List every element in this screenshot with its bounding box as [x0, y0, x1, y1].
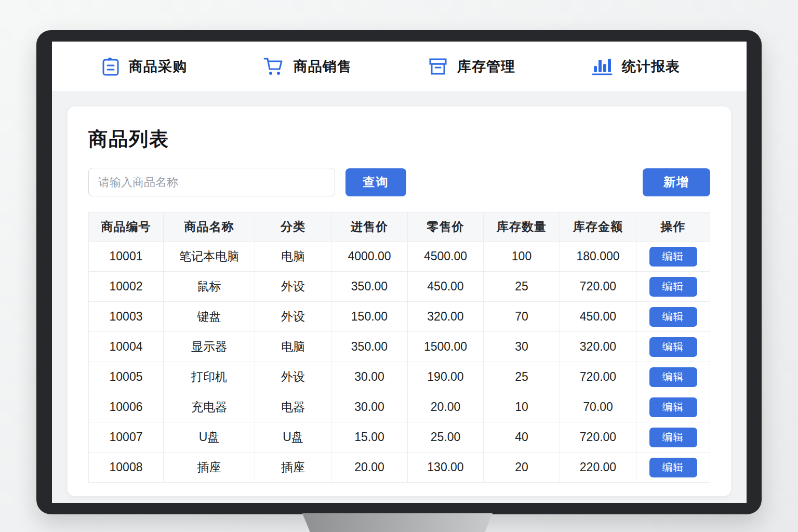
col-header-stock-amount: 库存金额	[560, 212, 636, 242]
cell-product-name: 插座	[164, 453, 255, 483]
table-body: 10001 笔记本电脑 电脑 4000.00 4500.00 100 180.0…	[89, 242, 710, 483]
cell-product-id: 10006	[89, 392, 164, 422]
col-header-product-name: 商品名称	[164, 212, 255, 242]
edit-button[interactable]: 编辑	[649, 397, 697, 417]
table-row: 10006 充电器 电器 30.00 20.00 10 70.00 编辑	[89, 392, 710, 422]
edit-button[interactable]: 编辑	[649, 367, 697, 387]
cell-stock-qty: 25	[484, 362, 560, 392]
cell-product-name: 键盘	[164, 302, 255, 332]
page-title: 商品列表	[88, 126, 710, 152]
archive-box-icon	[428, 57, 448, 76]
clipboard-icon	[102, 57, 119, 76]
cell-stock-amount: 180.000	[560, 242, 636, 272]
cell-product-id: 10003	[89, 302, 164, 332]
cell-purchase-price: 4000.00	[331, 242, 408, 272]
cell-category: 外设	[255, 362, 331, 392]
cell-retail-price: 320.00	[408, 302, 484, 332]
cell-actions: 编辑	[636, 242, 710, 272]
toolbar: 查询 新增	[88, 168, 710, 196]
table-row: 10002 鼠标 外设 350.00 450.00 25 720.00 编辑	[89, 272, 710, 302]
cell-retail-price: 25.00	[408, 422, 484, 453]
cell-category: 外设	[255, 272, 331, 302]
search-input[interactable]	[88, 168, 335, 196]
cell-product-name: 充电器	[164, 392, 255, 422]
table-row: 10003 键盘 外设 150.00 320.00 70 450.00 编辑	[89, 302, 710, 332]
cell-retail-price: 20.00	[408, 392, 484, 422]
cell-actions: 编辑	[636, 302, 710, 332]
cell-category: 电脑	[255, 242, 331, 272]
cell-product-id: 10002	[89, 272, 164, 302]
edit-button[interactable]: 编辑	[649, 307, 697, 327]
edit-button[interactable]: 编辑	[649, 337, 697, 357]
table-row: 10007 U盘 U盘 15.00 25.00 40 720.00 编辑	[89, 422, 710, 453]
col-header-stock-qty: 库存数量	[484, 212, 560, 242]
edit-button[interactable]: 编辑	[649, 428, 697, 447]
cell-product-name: 笔记本电脑	[164, 242, 255, 272]
cell-product-name: 打印机	[164, 362, 255, 392]
cell-purchase-price: 30.00	[331, 392, 408, 422]
monitor-bezel: 商品采购 商品销售	[36, 30, 762, 514]
cart-icon	[263, 57, 284, 76]
table-row: 10001 笔记本电脑 电脑 4000.00 4500.00 100 180.0…	[89, 242, 710, 272]
nav-item-inventory[interactable]: 库存管理	[428, 57, 515, 76]
cell-purchase-price: 30.00	[331, 362, 408, 392]
cell-stock-qty: 30	[484, 332, 560, 362]
col-header-product-id: 商品编号	[89, 212, 164, 242]
cell-category: 电脑	[255, 332, 331, 362]
cell-stock-amount: 720.00	[560, 272, 636, 302]
edit-button[interactable]: 编辑	[649, 458, 697, 477]
cell-retail-price: 190.00	[408, 362, 484, 392]
nav-item-reports[interactable]: 统计报表	[592, 57, 680, 76]
add-button[interactable]: 新增	[643, 168, 710, 196]
cell-stock-amount: 720.00	[560, 362, 636, 392]
product-table: 商品编号 商品名称 分类 进售价 零售价 库存数量 库存金额 操作 10001 …	[88, 212, 710, 483]
nav-item-sales[interactable]: 商品销售	[263, 57, 352, 76]
cell-product-id: 10007	[89, 422, 164, 453]
query-button[interactable]: 查询	[345, 168, 406, 196]
cell-category: 电器	[255, 392, 331, 422]
cell-purchase-price: 15.00	[331, 422, 408, 453]
col-header-purchase-price: 进售价	[331, 212, 408, 242]
table-row: 10008 插座 插座 20.00 130.00 20 220.00 编辑	[89, 453, 710, 483]
cell-stock-amount: 320.00	[560, 332, 636, 362]
cell-retail-price: 450.00	[408, 272, 484, 302]
cell-category: U盘	[255, 422, 331, 453]
edit-button[interactable]: 编辑	[649, 247, 697, 267]
col-header-category: 分类	[255, 212, 331, 242]
bar-chart-icon	[592, 57, 613, 76]
cell-stock-amount: 220.00	[560, 453, 636, 483]
edit-button[interactable]: 编辑	[649, 277, 697, 297]
table-row: 10005 打印机 外设 30.00 190.00 25 720.00 编辑	[89, 362, 710, 392]
cell-actions: 编辑	[636, 272, 710, 302]
cell-stock-qty: 25	[484, 272, 560, 302]
cell-stock-qty: 40	[484, 422, 560, 453]
cell-product-name: 显示器	[164, 332, 255, 362]
cell-stock-qty: 100	[484, 242, 560, 272]
cell-stock-amount: 70.00	[560, 392, 636, 422]
col-header-retail-price: 零售价	[408, 212, 484, 242]
cell-stock-amount: 720.00	[560, 422, 636, 453]
nav-label: 商品采购	[129, 57, 187, 76]
cell-product-id: 10005	[89, 362, 164, 392]
cell-retail-price: 130.00	[408, 453, 484, 483]
nav-label: 商品销售	[294, 57, 352, 76]
cell-product-id: 10001	[89, 242, 164, 272]
cell-actions: 编辑	[636, 332, 710, 362]
cell-stock-amount: 450.00	[560, 302, 636, 332]
cell-product-name: 鼠标	[164, 272, 255, 302]
product-list-card: 商品列表 查询 新增 商品编号 商品名称 分类 进售价	[68, 107, 731, 496]
nav-label: 库存管理	[457, 57, 515, 76]
cell-actions: 编辑	[636, 422, 710, 453]
cell-actions: 编辑	[636, 453, 710, 483]
cell-retail-price: 4500.00	[408, 242, 484, 272]
app-screen: 商品采购 商品销售	[52, 42, 747, 503]
cell-product-id: 10008	[89, 453, 164, 483]
cell-category: 插座	[255, 453, 331, 483]
cell-stock-qty: 70	[484, 302, 560, 332]
cell-category: 外设	[255, 302, 331, 332]
cell-purchase-price: 350.00	[331, 332, 408, 362]
cell-retail-price: 1500.00	[408, 332, 484, 362]
table-row: 10004 显示器 电脑 350.00 1500.00 30 320.00 编辑	[89, 332, 710, 362]
col-header-actions: 操作	[636, 212, 710, 242]
nav-item-purchase[interactable]: 商品采购	[102, 57, 187, 76]
